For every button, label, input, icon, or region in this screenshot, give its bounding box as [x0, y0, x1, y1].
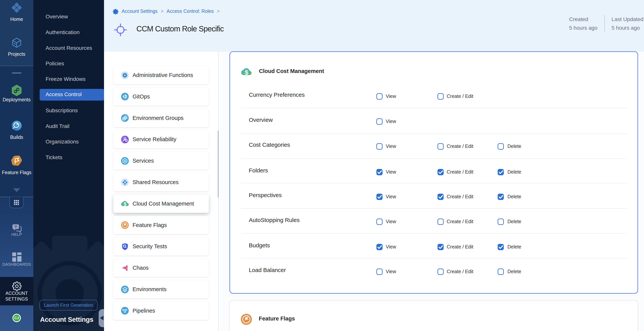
- svg-text:?: ?: [14, 224, 17, 229]
- svg-text:$: $: [245, 69, 248, 76]
- svg-text:$: $: [124, 201, 126, 207]
